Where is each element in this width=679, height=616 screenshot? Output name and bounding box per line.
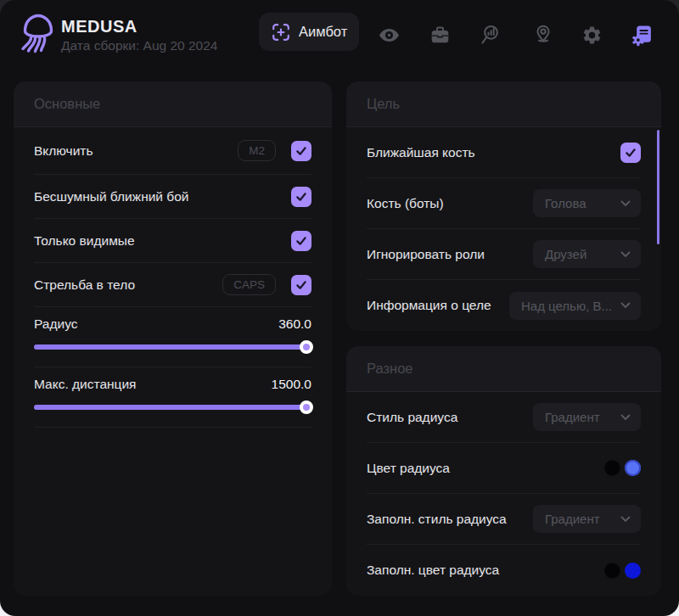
bone-dropdown[interactable]: Голова xyxy=(533,189,641,217)
nav-loot-button[interactable] xyxy=(424,20,455,50)
gear-icon xyxy=(581,25,603,46)
setting-row-body-shot: Стрельба в тело CAPS xyxy=(34,263,311,307)
color-swatch-blue[interactable] xyxy=(625,460,641,476)
setting-label: Заполн. цвет радиуса xyxy=(367,563,499,578)
setting-row-fill-color: Заполн. цвет радиуса xyxy=(367,545,641,596)
checkbox-checked[interactable] xyxy=(291,231,311,251)
setting-label: Только видимые xyxy=(34,233,135,249)
section-target: Цель Ближайшая кость Кость (боты) Голова xyxy=(346,81,661,331)
nav-settings-button[interactable] xyxy=(576,20,607,50)
chevron-down-icon xyxy=(620,516,631,523)
ignore-roles-dropdown[interactable]: Друзей xyxy=(533,240,641,268)
scripts-icon xyxy=(631,24,654,47)
setting-row-fill-style: Заполн. стиль радиуса Градиент xyxy=(367,494,641,545)
color-swatch-blue[interactable] xyxy=(625,563,641,579)
target-info-dropdown[interactable]: Над целью, В... xyxy=(509,292,641,320)
setting-label: Радиус xyxy=(34,316,77,332)
slider-thumb[interactable] xyxy=(300,340,313,354)
chevron-down-icon xyxy=(620,414,631,421)
setting-row-nearest-bone: Ближайшая кость xyxy=(367,127,641,178)
crosshair-icon xyxy=(271,22,291,42)
search-stats-icon xyxy=(480,24,502,46)
checkmark-icon xyxy=(624,146,637,160)
dropdown-value: Голова xyxy=(545,196,586,210)
checkmark-icon xyxy=(295,190,308,204)
setting-row-radius: Радиус 360.0 xyxy=(34,307,311,367)
slider-fill xyxy=(34,344,311,350)
tab-aimbot[interactable]: Аимбот xyxy=(259,13,359,51)
setting-row-silent-melee: Бесшумный ближний бой xyxy=(34,175,311,219)
setting-row-ignore-roles: Игнорировать роли Друзей xyxy=(367,229,641,280)
setting-row-target-info: Информация о целе Над целью, В... xyxy=(367,280,641,331)
app-title: MEDUSA xyxy=(61,17,137,36)
build-date: Дата сборки: Aug 20 2024 xyxy=(61,38,217,53)
briefcase-icon xyxy=(429,25,451,46)
keybind-badge[interactable]: M2 xyxy=(238,140,276,162)
setting-label: Игнорировать роли xyxy=(367,247,485,262)
tab-aimbot-label: Аимбот xyxy=(299,24,347,40)
color-swatch-black[interactable] xyxy=(605,461,620,475)
setting-label: Бесшумный ближний бой xyxy=(34,189,188,204)
checkbox-checked[interactable] xyxy=(620,143,641,163)
radius-style-dropdown[interactable]: Градиент xyxy=(533,403,641,431)
slider-value: 1500.0 xyxy=(272,377,311,392)
checkmark-icon xyxy=(295,278,308,292)
setting-row-enable: Включить M2 xyxy=(34,127,311,175)
dropdown-value: Друзей xyxy=(545,247,586,261)
dropdown-value: Градиент xyxy=(545,410,600,424)
section-main: Основные Включить M2 Бесшумный ближний б… xyxy=(14,81,332,596)
checkbox-checked[interactable] xyxy=(291,141,311,161)
checkbox-checked[interactable] xyxy=(291,275,311,295)
max-distance-slider[interactable] xyxy=(34,405,311,410)
nav-scripts-button[interactable] xyxy=(627,20,658,50)
color-swatch-black[interactable] xyxy=(605,563,620,578)
chevron-down-icon xyxy=(620,302,631,309)
setting-label: Цвет радиуса xyxy=(367,461,450,476)
section-misc-title: Разное xyxy=(346,346,661,392)
section-target-title: Цель xyxy=(346,81,661,127)
setting-row-bone-bots: Кость (боты) Голова xyxy=(367,178,641,229)
setting-label: Включить xyxy=(34,143,93,159)
fill-style-dropdown[interactable]: Градиент xyxy=(533,505,641,533)
slider-value: 360.0 xyxy=(278,316,311,332)
scrollbar-thumb[interactable] xyxy=(657,130,659,244)
checkmark-icon xyxy=(295,234,308,248)
jellyfish-logo-icon xyxy=(18,12,59,54)
section-misc: Разное Стиль радиуса Градиент Цвет радиу… xyxy=(346,346,661,596)
slider-fill xyxy=(34,405,311,410)
chevron-down-icon xyxy=(620,251,631,258)
setting-label: Ближайшая кость xyxy=(367,145,475,160)
location-pin-icon xyxy=(532,24,554,46)
nav-visuals-button[interactable] xyxy=(373,20,404,50)
section-main-title: Основные xyxy=(14,81,332,127)
chevron-down-icon xyxy=(620,200,631,207)
setting-label: Стиль радиуса xyxy=(367,410,457,425)
slider-thumb[interactable] xyxy=(300,400,313,414)
setting-row-max-distance: Макс. дистанция 1500.0 xyxy=(34,367,311,428)
radius-slider[interactable] xyxy=(34,344,311,350)
setting-label: Заполн. стиль радиуса xyxy=(367,512,507,527)
nav-world-button[interactable] xyxy=(528,20,558,50)
setting-row-visible-only: Только видимые xyxy=(34,219,311,263)
setting-label: Макс. дистанция xyxy=(34,377,137,392)
dropdown-value: Над целью, В... xyxy=(521,299,612,313)
dropdown-value: Градиент xyxy=(545,512,600,526)
eye-icon xyxy=(378,24,401,47)
setting-row-radius-color: Цвет радиуса xyxy=(367,443,641,494)
setting-label: Кость (боты) xyxy=(367,196,444,211)
keybind-badge[interactable]: CAPS xyxy=(222,274,276,296)
setting-label: Информация о целе xyxy=(367,298,491,313)
setting-label: Стрельба в тело xyxy=(34,277,135,293)
nav-search-button[interactable] xyxy=(475,20,506,50)
checkmark-icon xyxy=(295,144,308,158)
setting-row-radius-style: Стиль радиуса Градиент xyxy=(367,392,641,443)
app-window: MEDUSA Дата сборки: Aug 20 2024 Аимбот xyxy=(0,0,679,616)
checkbox-checked[interactable] xyxy=(291,187,311,207)
